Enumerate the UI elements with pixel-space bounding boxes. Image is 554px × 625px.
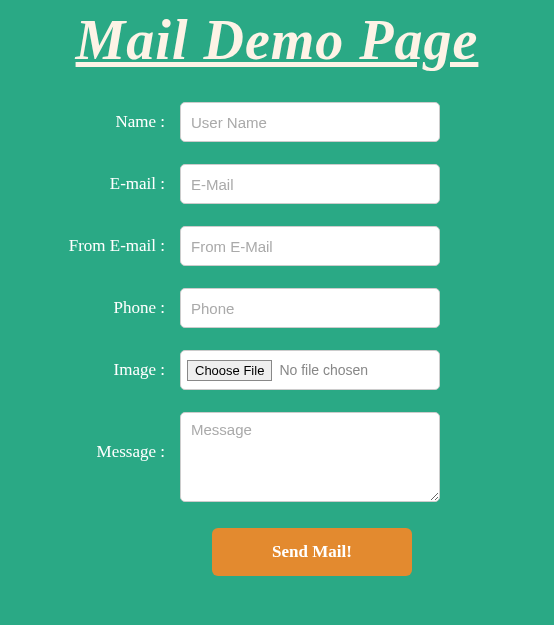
row-from-email: From E-mail :: [40, 226, 514, 266]
name-input[interactable]: [180, 102, 440, 142]
phone-input[interactable]: [180, 288, 440, 328]
label-name: Name :: [40, 112, 175, 132]
label-message: Message :: [40, 412, 175, 462]
row-message: Message :: [40, 412, 514, 506]
label-image: Image :: [40, 360, 175, 380]
image-file-input[interactable]: Choose File No file chosen: [180, 350, 440, 390]
row-email: E-mail :: [40, 164, 514, 204]
submit-row: Send Mail!: [40, 528, 514, 576]
from-email-input[interactable]: [180, 226, 440, 266]
row-name: Name :: [40, 102, 514, 142]
label-phone: Phone :: [40, 298, 175, 318]
message-textarea[interactable]: [180, 412, 440, 502]
row-phone: Phone :: [40, 288, 514, 328]
label-from-email: From E-mail :: [40, 236, 175, 256]
file-status-text: No file chosen: [279, 362, 368, 378]
choose-file-button[interactable]: Choose File: [187, 360, 272, 381]
label-email: E-mail :: [40, 174, 175, 194]
email-input[interactable]: [180, 164, 440, 204]
page-title: Mail Demo Page: [0, 8, 554, 72]
mail-form: Name : E-mail : From E-mail : Phone : Im…: [0, 102, 554, 576]
send-mail-button[interactable]: Send Mail!: [212, 528, 412, 576]
row-image: Image : Choose File No file chosen: [40, 350, 514, 390]
